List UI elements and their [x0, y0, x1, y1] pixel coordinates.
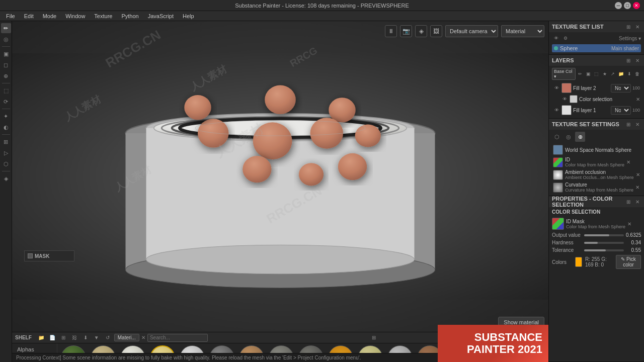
- layer-2-eye[interactable]: 👁: [553, 84, 560, 92]
- layer-paint-btn[interactable]: ✏: [577, 70, 584, 78]
- layer-delete-btn[interactable]: 🗑: [634, 70, 641, 78]
- texture-set-list-header[interactable]: TEXTURE SET LIST ⊞ ✕: [549, 21, 644, 32]
- menu-mode[interactable]: Mode: [39, 12, 61, 20]
- layer-1-blend[interactable]: Norm: [611, 106, 631, 115]
- blend-mode-dropdown[interactable]: Base Col ▾: [552, 68, 576, 80]
- pick-color-button[interactable]: ✎ Pick color: [616, 255, 641, 269]
- titlebar-controls: ─ □ ✕: [615, 2, 640, 9]
- layers-expand-btn[interactable]: ⊞: [625, 57, 632, 64]
- layer-fill-btn[interactable]: ▣: [585, 70, 592, 78]
- mask-icon: [28, 253, 33, 258]
- shelf-filter-close[interactable]: ✕: [141, 335, 145, 340]
- camera-select[interactable]: Default camera Top Front Side: [445, 25, 498, 37]
- layer-fx-btn[interactable]: ★: [601, 70, 608, 78]
- hardness-row: Hardness 0.34: [552, 240, 641, 245]
- menu-texture[interactable]: Texture: [90, 12, 116, 20]
- transform-tool-button[interactable]: ⟳: [1, 97, 11, 107]
- menubar: File Edit Mode Window Texture Python Jav…: [0, 11, 644, 21]
- shelf-file-btn[interactable]: 📄: [48, 333, 57, 342]
- shelf-filter-btn[interactable]: ▼: [92, 333, 101, 342]
- layer-color-selection[interactable]: 👁 Color selection ✕: [560, 94, 641, 104]
- color-tool-button[interactable]: ◐: [1, 122, 11, 132]
- camera-mode-button[interactable]: 📷: [400, 25, 412, 37]
- bake-item-wsn: World Space Normals Sphere: [552, 144, 641, 156]
- tolerance-track[interactable]: [584, 249, 624, 251]
- output-value: 0.6325: [626, 232, 641, 238]
- bake-ao-del[interactable]: ✕: [636, 172, 640, 177]
- tsl-dot: [554, 46, 558, 50]
- menu-javascript[interactable]: JavaScript: [144, 12, 178, 20]
- color-sel-del[interactable]: ✕: [636, 97, 640, 102]
- texture-set-item[interactable]: Sphere Main shader: [552, 44, 641, 52]
- hardness-track[interactable]: [584, 242, 624, 244]
- paint-tool-button[interactable]: ✏: [1, 23, 11, 33]
- menu-file[interactable]: File: [2, 12, 19, 20]
- shelf-refresh-btn[interactable]: ↺: [103, 333, 112, 342]
- shelf-chain-btn[interactable]: ⛓: [70, 333, 79, 342]
- shelf-import-btn[interactable]: ⬇: [81, 333, 90, 342]
- shelf-grid-view-btn[interactable]: ⊞: [369, 333, 378, 342]
- menu-window[interactable]: Window: [61, 12, 89, 20]
- tss-mesh-btn[interactable]: ⬡: [552, 132, 562, 142]
- smudge-tool-button[interactable]: ◎: [1, 34, 11, 44]
- bake-curv-del[interactable]: ✕: [635, 185, 639, 190]
- color-sel-eye[interactable]: 👁: [561, 96, 568, 103]
- props-header[interactable]: PROPERTIES - COLOR SELECTION ⊞ ✕: [549, 196, 644, 207]
- menu-edit[interactable]: Edit: [20, 12, 38, 20]
- menu-help[interactable]: Help: [179, 12, 198, 20]
- layer-import-btn[interactable]: ⬇: [626, 70, 633, 78]
- tsl-expand-btn[interactable]: ⊞: [625, 23, 632, 30]
- tss-expand-btn[interactable]: ⊞: [625, 121, 632, 128]
- id-info: ID Mask Color Map from Mesh Sphere: [566, 219, 625, 229]
- tsl-view-btn[interactable]: 👁: [552, 34, 560, 42]
- props-close-btn[interactable]: ✕: [634, 198, 641, 205]
- tss-close-btn[interactable]: ✕: [634, 121, 641, 128]
- texture-set-settings-section: TEXTURE SET SETTINGS ⊞ ✕ ⬡ ◎ ⊕ World Spa…: [549, 119, 644, 196]
- close-button[interactable]: ✕: [633, 2, 640, 9]
- shelf-filter-tag[interactable]: Materi...: [114, 334, 139, 341]
- render-mode-select[interactable]: Material Albedo Roughness Metallic: [501, 25, 544, 37]
- pause-button[interactable]: ⏸: [385, 25, 397, 37]
- screenshot-button[interactable]: 🖼: [430, 25, 442, 37]
- tsl-close-btn[interactable]: ✕: [634, 23, 641, 30]
- layer-ref-btn[interactable]: ↗: [609, 70, 616, 78]
- menu-python[interactable]: Python: [117, 12, 142, 20]
- erase-tool-button[interactable]: ◻: [1, 60, 11, 70]
- fill-tool-button[interactable]: ▣: [1, 49, 11, 59]
- node-tool-button[interactable]: ⬡: [1, 159, 11, 169]
- layer-mask-btn[interactable]: ⬚: [593, 70, 600, 78]
- layers-close-btn[interactable]: ✕: [634, 57, 641, 64]
- shelf-cat-alphas[interactable]: Alphas: [12, 345, 57, 353]
- layer-1-eye[interactable]: 👁: [553, 107, 560, 114]
- bake-item-ao: Ambient occlusion Ambient Occlus...on Me…: [552, 168, 641, 181]
- tsl-settings-btn[interactable]: ⚙: [561, 34, 570, 42]
- shelf-search-input[interactable]: [147, 334, 208, 342]
- picker-tool-button[interactable]: ✦: [1, 111, 11, 121]
- shelf-grid-btn[interactable]: ⊞: [59, 333, 68, 342]
- color-swatch[interactable]: [575, 257, 582, 267]
- selection-tool-button[interactable]: ⬚: [1, 85, 11, 96]
- tolerance-value: 0.55: [626, 247, 641, 253]
- render-mode-button[interactable]: ◈: [415, 25, 427, 37]
- tsl-settings-link[interactable]: Settings ▾: [619, 36, 641, 41]
- scene-canvas[interactable]: RRCG.CN 人人素材 人人素材 RRCG 人人素材 人人素材 RRCG.CN…: [12, 21, 548, 332]
- tss-bake-btn[interactable]: ⊕: [575, 132, 585, 142]
- render-button[interactable]: ◈: [1, 173, 11, 184]
- layer-fill-1[interactable]: 👁 Fill layer 1 Norm 100: [552, 104, 641, 116]
- props-expand-btn[interactable]: ⊞: [625, 198, 632, 205]
- layers-header[interactable]: LAYERS ⊞ ✕: [549, 55, 644, 66]
- minimize-button[interactable]: ─: [615, 2, 622, 9]
- id-del[interactable]: ✕: [627, 221, 631, 227]
- maximize-button[interactable]: □: [624, 2, 631, 9]
- bake-id-del[interactable]: ✕: [626, 159, 630, 165]
- clone-tool-button[interactable]: ⊕: [1, 71, 11, 81]
- camera-tool-button[interactable]: ▷: [1, 148, 11, 158]
- layer-folder-btn[interactable]: 📁: [617, 70, 624, 78]
- shelf-folder-btn[interactable]: 📁: [37, 333, 46, 342]
- view-tool-button[interactable]: ⊞: [1, 137, 11, 147]
- layer-2-blend[interactable]: Norm: [611, 84, 631, 93]
- tss-header[interactable]: TEXTURE SET SETTINGS ⊞ ✕: [549, 119, 644, 130]
- tss-uv-btn[interactable]: ◎: [564, 132, 574, 142]
- layer-fill-2[interactable]: 👁 Fill layer 2 Norm 100: [552, 82, 641, 94]
- output-value-track[interactable]: [584, 234, 624, 236]
